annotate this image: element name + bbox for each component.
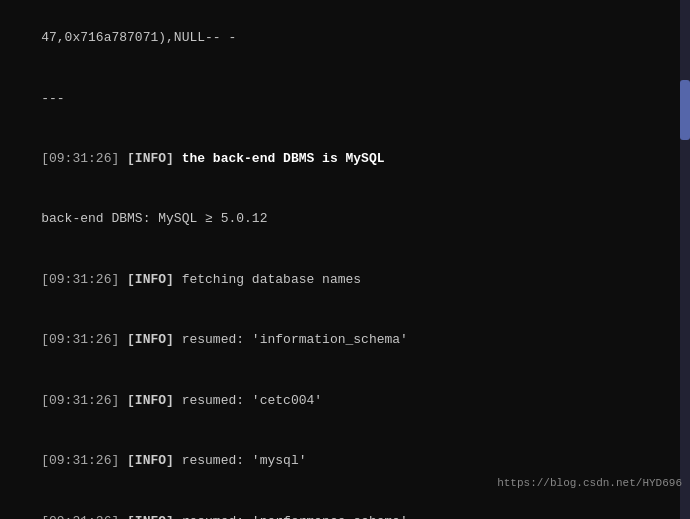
line-resumed-4: [09:31:26] [INFO] resumed: 'performance_… xyxy=(10,491,680,519)
info-rest: fetching database names xyxy=(174,272,361,287)
info-rest: resumed: 'cetc004' xyxy=(174,393,322,408)
line-dbms: back-end DBMS: MySQL ≥ 5.0.12 xyxy=(10,189,680,249)
info-tag: [INFO] xyxy=(127,151,174,166)
text-normal: 47,0x716a787071),NULL-- - xyxy=(41,30,236,45)
info-tag: [INFO] xyxy=(127,393,174,408)
line-info-1: [09:31:26] [INFO] the back-end DBMS is M… xyxy=(10,129,680,189)
separator: --- xyxy=(41,91,64,106)
line-fetch: [09:31:26] [INFO] fetching database name… xyxy=(10,250,680,310)
info-tag: [INFO] xyxy=(127,514,174,519)
line-resumed-1: [09:31:26] [INFO] resumed: 'information_… xyxy=(10,310,680,370)
timestamp: [09:31:26] xyxy=(41,514,127,519)
timestamp: [09:31:26] xyxy=(41,332,127,347)
scrollbar[interactable] xyxy=(680,0,690,519)
info-tag: [INFO] xyxy=(127,332,174,347)
line-resumed-2: [09:31:26] [INFO] resumed: 'cetc004' xyxy=(10,371,680,431)
line-1: 47,0x716a787071),NULL-- - xyxy=(10,8,680,68)
line-2: --- xyxy=(10,68,680,128)
scrollbar-thumb[interactable] xyxy=(680,80,690,140)
dbms-text: back-end DBMS: MySQL ≥ 5.0.12 xyxy=(41,211,267,226)
timestamp: [09:31:26] xyxy=(41,272,127,287)
timestamp: [09:31:26] xyxy=(41,151,127,166)
info-rest: resumed: 'performance_schema' xyxy=(174,514,408,519)
info-text: the back-end DBMS is MySQL xyxy=(174,151,385,166)
info-tag: [INFO] xyxy=(127,453,174,468)
info-rest: resumed: 'mysql' xyxy=(174,453,307,468)
timestamp: [09:31:26] xyxy=(41,453,127,468)
info-rest: resumed: 'information_schema' xyxy=(174,332,408,347)
timestamp: [09:31:26] xyxy=(41,393,127,408)
watermark: https://blog.csdn.net/HYD696 xyxy=(497,477,682,489)
info-tag: [INFO] xyxy=(127,272,174,287)
terminal-window: 47,0x716a787071),NULL-- - --- [09:31:26]… xyxy=(0,0,690,519)
